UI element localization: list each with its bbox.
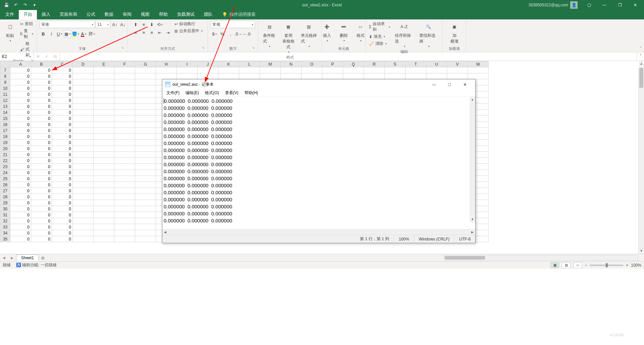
minimize-button[interactable]: ― — [597, 0, 612, 10]
cell-A10[interactable]: 0 — [10, 85, 31, 91]
column-header-F[interactable]: F — [114, 61, 135, 67]
cell-A14[interactable]: 0 — [10, 110, 31, 116]
number-dialog-launcher[interactable]: ↘ — [252, 46, 255, 49]
cell-E11[interactable] — [94, 91, 114, 97]
row-header-25[interactable]: 25 — [0, 176, 10, 182]
cell-A20[interactable]: 0 — [10, 146, 31, 152]
page-layout-view-button[interactable]: ▤ — [562, 262, 571, 268]
tab-file[interactable]: 文件 — [1, 9, 19, 19]
cell-D14[interactable] — [73, 110, 94, 116]
notepad-menu-file[interactable]: 文件(F) — [164, 89, 182, 96]
cell-F13[interactable] — [114, 104, 135, 110]
cell-U7[interactable] — [426, 67, 447, 73]
notepad-menu-help[interactable]: 帮助(H) — [242, 89, 261, 96]
expand-formula-bar-button[interactable]: ˅ — [637, 52, 644, 61]
cell-C7[interactable]: 0 — [52, 67, 73, 73]
cell-E10[interactable] — [94, 85, 114, 91]
format-as-table-button[interactable]: ▦套用 表格格式▾ — [280, 21, 297, 54]
cell-A23[interactable]: 0 — [10, 164, 31, 170]
cell-C12[interactable]: 0 — [52, 97, 73, 104]
border-button[interactable]: ▦▾ — [64, 30, 71, 38]
cell-E9[interactable] — [94, 79, 114, 85]
cell-B17[interactable]: 0 — [31, 128, 52, 134]
sheet-nav-prev[interactable]: ◄ — [0, 256, 8, 260]
column-header-N[interactable]: N — [281, 61, 302, 67]
cell-B29[interactable]: 0 — [31, 200, 52, 206]
cell-E21[interactable] — [94, 152, 114, 158]
column-header-P[interactable]: P — [322, 61, 343, 67]
scroll-down-icon[interactable]: ▼ — [639, 248, 644, 254]
cell-B34[interactable]: 0 — [31, 230, 52, 236]
font-color-button[interactable]: A▾ — [80, 30, 87, 38]
row-header-22[interactable]: 22 — [0, 158, 10, 164]
cell-G9[interactable] — [135, 79, 156, 85]
cell-D28[interactable] — [73, 194, 94, 200]
cell-C21[interactable]: 0 — [52, 152, 73, 158]
paste-button[interactable]: 📋 粘贴▾ — [3, 21, 17, 43]
column-header-C[interactable]: C — [52, 61, 73, 67]
alignment-dialog-launcher[interactable]: ↘ — [202, 46, 204, 49]
cell-G22[interactable] — [135, 158, 156, 164]
cell-E23[interactable] — [94, 164, 114, 170]
cell-B8[interactable]: 0 — [31, 73, 52, 79]
cell-A7[interactable]: 0 — [10, 67, 31, 73]
cell-F34[interactable] — [114, 230, 135, 236]
cell-D13[interactable] — [73, 104, 94, 110]
sheet-nav-next[interactable]: ► — [8, 256, 16, 260]
cell-S7[interactable] — [385, 67, 406, 73]
tab-view[interactable]: 视图 — [136, 9, 154, 19]
cell-E14[interactable] — [94, 110, 114, 116]
cell-C18[interactable]: 0 — [52, 134, 73, 140]
cell-C19[interactable]: 0 — [52, 140, 73, 146]
cell-F14[interactable] — [114, 110, 135, 116]
notepad-menu-view[interactable]: 查看(V) — [222, 89, 241, 96]
cell-E30[interactable] — [94, 206, 114, 212]
row-header-21[interactable]: 21 — [0, 152, 10, 158]
cell-E13[interactable] — [94, 104, 114, 110]
cell-A18[interactable]: 0 — [10, 134, 31, 140]
cell-E16[interactable] — [94, 122, 114, 128]
cell-D30[interactable] — [73, 206, 94, 212]
cell-M8[interactable] — [260, 73, 281, 79]
cell-F19[interactable] — [114, 140, 135, 146]
row-header-27[interactable]: 27 — [0, 188, 10, 194]
font-name-combo[interactable]: 宋体▾ — [40, 21, 95, 28]
cell-J8[interactable] — [198, 73, 218, 79]
cell-B26[interactable]: 0 — [31, 182, 52, 188]
cell-A29[interactable]: 0 — [10, 200, 31, 206]
cell-C17[interactable]: 0 — [52, 128, 73, 134]
cell-A13[interactable]: 0 — [10, 104, 31, 110]
cell-D17[interactable] — [73, 128, 94, 134]
decrease-indent-button[interactable]: ⇤ — [156, 29, 164, 36]
row-header-19[interactable]: 19 — [0, 140, 10, 146]
tab-data[interactable]: 数据 — [100, 9, 118, 19]
cell-D18[interactable] — [73, 134, 94, 140]
cell-T7[interactable] — [406, 67, 426, 73]
notepad-minimize-button[interactable]: ― — [426, 80, 442, 89]
account-area[interactable]: 3038505322@qq.com 👤 — [529, 1, 578, 9]
cell-G31[interactable] — [135, 212, 156, 218]
notepad-vscroll[interactable]: ▲▼ — [470, 97, 475, 222]
row-header-13[interactable]: 13 — [0, 104, 10, 110]
tab-loadtest[interactable]: 负载测试 — [172, 9, 199, 19]
column-header-R[interactable]: R — [364, 61, 385, 67]
increase-font-button[interactable]: A↑ — [111, 21, 118, 28]
cell-G11[interactable] — [135, 91, 156, 97]
cell-C23[interactable]: 0 — [52, 164, 73, 170]
cell-D8[interactable] — [73, 73, 94, 79]
cell-Q8[interactable] — [343, 73, 364, 79]
vertical-scrollbar[interactable]: ▲ ▼ — [638, 68, 644, 254]
cell-G34[interactable] — [135, 230, 156, 236]
maximize-button[interactable]: ❐ — [612, 0, 627, 10]
tab-team[interactable]: 团队 — [199, 9, 217, 19]
row-header-9[interactable]: 9 — [0, 79, 10, 85]
cell-E24[interactable] — [94, 170, 114, 176]
cell-E12[interactable] — [94, 97, 114, 104]
cell-V7[interactable] — [447, 67, 468, 73]
cell-B7[interactable]: 0 — [31, 67, 52, 73]
cell-G23[interactable] — [135, 164, 156, 170]
cell-B32[interactable]: 0 — [31, 218, 52, 224]
scroll-up-icon[interactable]: ▲ — [639, 61, 644, 67]
cell-D7[interactable] — [73, 67, 94, 73]
cell-F25[interactable] — [114, 176, 135, 182]
